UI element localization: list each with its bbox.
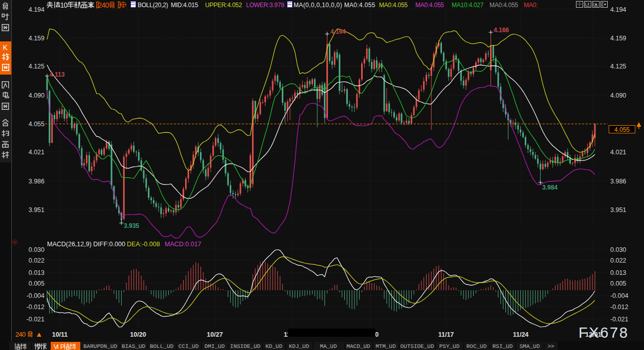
svg-text:MID:4.015: MID:4.015 [171,2,198,9]
svg-text:0.005: 0.005 [610,280,626,287]
svg-text:3.986: 3.986 [610,178,626,185]
svg-text:I: I [57,343,59,350]
svg-text:4.159: 4.159 [29,35,45,42]
svg-text:4.090: 4.090 [610,92,626,99]
svg-text:4.166: 4.166 [494,27,509,34]
svg-text:3.951: 3.951 [29,206,45,214]
svg-text:-0.004: -0.004 [610,292,628,299]
svg-text:3.951: 3.951 [610,206,626,214]
svg-text:-0.021: -0.021 [27,316,45,323]
svg-text:DEA:-0.008: DEA:-0.008 [127,241,160,248]
svg-text:ROC_UD: ROC_UD [467,343,487,349]
svg-text:10/27: 10/27 [207,331,223,338]
svg-text:0.022: 0.022 [29,257,45,264]
svg-text:P: P [60,343,65,350]
svg-text:BOLL(20,2): BOLL(20,2) [138,2,168,9]
svg-text:UPPER:4.052: UPPER:4.052 [205,2,242,9]
svg-text:11/17: 11/17 [438,331,454,338]
svg-text:4.125: 4.125 [610,63,626,70]
svg-text:0: 0 [105,1,109,9]
svg-text:MA10:4.027: MA10:4.027 [452,2,484,9]
svg-text:10/20: 10/20 [130,331,146,338]
svg-text:-0.012: -0.012 [610,304,628,311]
svg-text:0.030: 0.030 [610,246,626,253]
svg-text:4.021: 4.021 [29,149,45,156]
svg-text:4.159: 4.159 [610,35,626,42]
svg-text:MA(0,0,0,10,0,0) MA0:4.055: MA(0,0,0,10,0,0) MA0:4.055 [294,2,375,9]
svg-text:MA0:: MA0: [524,2,538,9]
svg-text:DMI_UD: DMI_UD [205,343,225,349]
svg-text:PSY_UD: PSY_UD [439,343,460,349]
svg-text:0: 0 [64,1,68,9]
svg-text:11/24: 11/24 [513,331,529,338]
svg-text:4.164: 4.164 [330,28,346,35]
svg-text:10/11: 10/11 [52,331,68,338]
svg-text:4.055: 4.055 [29,121,45,128]
svg-text:RSI_UD: RSI_UD [493,343,513,349]
svg-text:BARUPDN_UD: BARUPDN_UD [83,343,117,349]
svg-text:KD_UD: KD_UD [265,343,282,349]
svg-text:-0.021: -0.021 [610,316,628,323]
svg-text:MA0:4.055: MA0:4.055 [415,2,444,9]
svg-text:4.055: 4.055 [614,126,630,133]
svg-text:3.984: 3.984 [542,184,558,191]
svg-text:4.090: 4.090 [29,92,45,99]
svg-text:SMA_UD: SMA_UD [520,343,540,349]
svg-text:FX678: FX678 [579,324,629,341]
svg-text:OUTSIDE_UD: OUTSIDE_UD [400,343,434,349]
svg-text:3.986: 3.986 [29,178,45,185]
svg-text:BIAS_UD: BIAS_UD [122,343,146,349]
svg-text:K: K [3,43,8,52]
svg-text:MACD:0.017: MACD:0.017 [165,241,202,248]
svg-text:3.935: 3.935 [124,222,139,229]
svg-text:0.030: 0.030 [29,246,45,253]
svg-text:4.125: 4.125 [29,63,45,70]
svg-text:0.013: 0.013 [610,269,626,276]
svg-text:MTM_UD: MTM_UD [375,343,396,349]
svg-text:MACD_UD: MACD_UD [346,343,370,349]
svg-text:LOWER:3.978: LOWER:3.978 [246,2,284,9]
svg-text:-0.012: -0.012 [27,304,45,311]
svg-text:-0.004: -0.004 [27,292,45,299]
svg-text:4.194: 4.194 [610,6,626,13]
svg-text:4.194: 4.194 [29,6,45,13]
svg-text:0: 0 [22,331,26,338]
svg-text:MA0:4.055: MA0:4.055 [490,2,518,9]
svg-text:MACD(26,12,9) DIFF:0.000: MACD(26,12,9) DIFF:0.000 [47,241,125,248]
svg-text:0.005: 0.005 [29,280,45,287]
svg-text:4.021: 4.021 [610,149,626,156]
svg-text:4.113: 4.113 [50,71,65,78]
svg-text:BOLL_UD: BOLL_UD [150,343,174,349]
svg-text:>>: >> [547,343,554,349]
svg-text:0.022: 0.022 [610,257,626,264]
svg-text:MA_UD: MA_UD [320,343,337,349]
svg-text:MA0:4.055: MA0:4.055 [379,2,408,9]
svg-text:0.013: 0.013 [29,269,45,276]
svg-text:CCI_UD: CCI_UD [179,343,199,349]
svg-text:KDJ_UD: KDJ_UD [289,343,309,349]
svg-text:INSIDE_UD: INSIDE_UD [230,343,261,349]
